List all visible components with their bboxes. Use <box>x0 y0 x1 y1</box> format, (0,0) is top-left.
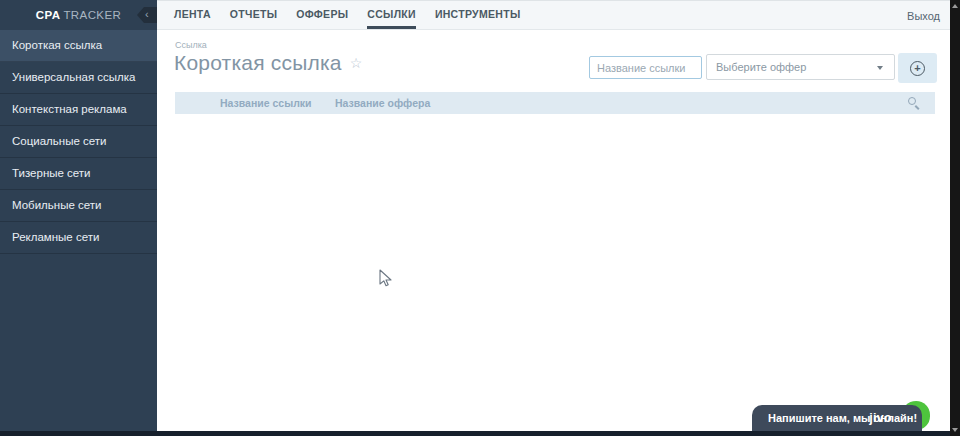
sidebar-item-teaser-networks[interactable]: Тизерные сети <box>0 158 157 190</box>
scrollbar-down-arrow-icon[interactable] <box>952 428 958 432</box>
sidebar-item-ad-networks[interactable]: Рекламные сети <box>0 222 157 254</box>
brand-bold: CPA <box>36 9 61 21</box>
table-header: Название ссылки Название оффера <box>175 92 935 114</box>
scrollbar-up-arrow-icon[interactable] <box>952 4 958 8</box>
page-title: Короткая ссылка☆ <box>174 51 362 75</box>
main-content: Ссылка Короткая ссылка☆ Выберите оффер +… <box>157 31 950 431</box>
sidebar-item-context-ads[interactable]: Контекстная реклама <box>0 94 157 126</box>
vertical-scrollbar[interactable] <box>950 0 960 436</box>
add-link-button[interactable]: + <box>898 53 937 83</box>
favorite-star-icon[interactable]: ☆ <box>350 55 363 71</box>
offer-select[interactable]: Выберите оффер <box>706 54 895 80</box>
bottom-edge <box>0 431 950 436</box>
top-navigation: ЛЕНТА ОТЧЕТЫ ОФФЕРЫ ССЫЛКИ ИНСТРУМЕНТЫ В… <box>157 0 950 30</box>
breadcrumb: Ссылка <box>175 40 207 50</box>
chat-widget-pill[interactable]: Напишите нам, мы онлайн! jivo <box>752 405 922 431</box>
tab-lenta[interactable]: ЛЕНТА <box>174 1 211 29</box>
chat-widget[interactable]: Напишите нам, мы онлайн! jivo <box>752 401 930 431</box>
sidebar-item-mobile-networks[interactable]: Мобильные сети <box>0 190 157 222</box>
tab-otchety[interactable]: ОТЧЕТЫ <box>230 1 277 29</box>
page-title-text: Короткая ссылка <box>174 51 342 74</box>
mouse-cursor <box>379 269 393 289</box>
brand-rest: TRACKER <box>63 9 121 21</box>
chat-message: Напишите нам, мы онлайн! <box>768 405 917 432</box>
sidebar-item-social-networks[interactable]: Социальные сети <box>0 126 157 158</box>
cpa-tracker-app: CPATRACKER ‹ Короткая ссылка Универсальн… <box>0 0 960 436</box>
sidebar: CPATRACKER ‹ Короткая ссылка Универсальн… <box>0 0 157 431</box>
sidebar-collapse-button[interactable]: ‹ <box>137 7 157 23</box>
offer-select-value: Выберите оффер <box>716 61 806 73</box>
column-header-offer-name[interactable]: Название оффера <box>335 92 430 114</box>
logout-link[interactable]: Выход <box>907 1 940 31</box>
link-name-input[interactable] <box>589 56 702 79</box>
jivo-logo: jivo <box>869 405 892 431</box>
nav-tabs: ЛЕНТА ОТЧЕТЫ ОФФЕРЫ ССЫЛКИ ИНСТРУМЕНТЫ <box>157 1 950 29</box>
search-icon[interactable] <box>907 96 921 110</box>
tab-offery[interactable]: ОФФЕРЫ <box>296 1 348 29</box>
tab-instrumenty[interactable]: ИНСТРУМЕНТЫ <box>435 1 521 29</box>
circled-plus-icon: + <box>910 61 925 76</box>
brand-logo: CPATRACKER ‹ <box>0 0 157 30</box>
sidebar-item-universal-link[interactable]: Универсальная ссылка <box>0 62 157 94</box>
sidebar-item-short-link[interactable]: Короткая ссылка <box>0 30 157 62</box>
tab-ssylki[interactable]: ССЫЛКИ <box>367 1 416 29</box>
chevron-down-icon <box>877 66 883 70</box>
column-header-link-name[interactable]: Название ссылки <box>220 92 312 114</box>
